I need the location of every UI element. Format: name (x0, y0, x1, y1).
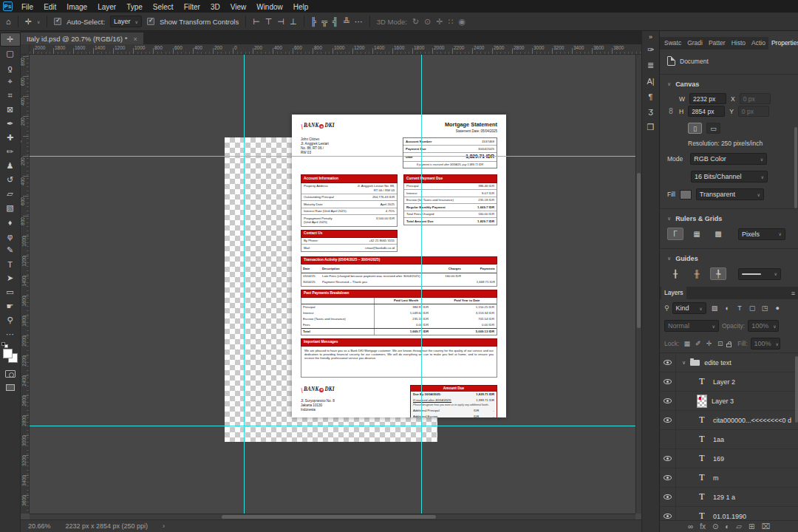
foreground-color-swatch[interactable] (3, 349, 13, 358)
marquee-tool[interactable]: ▢ (0, 47, 21, 61)
layer-row[interactable]: T1aa (660, 430, 798, 449)
lock-transparency-icon[interactable]: ▦ (682, 339, 692, 349)
guide-layout-button[interactable]: ╫ (689, 267, 705, 280)
filter-smart-objects-icon[interactable]: ◳ (760, 304, 771, 313)
healing-brush-tool[interactable]: ✚ (0, 131, 21, 145)
paragraph-panel-icon[interactable]: ¶ (642, 89, 660, 104)
align-bottom-icon[interactable]: ⊥ (290, 18, 297, 26)
expand-panels-icon[interactable]: » (642, 32, 660, 42)
filter-kind-dropdown[interactable]: Kind∨ (672, 302, 706, 314)
layer-mask-icon[interactable]: ⊙ (712, 522, 718, 531)
dodge-tool[interactable]: φ (0, 229, 21, 243)
lasso-tool[interactable]: ƍ (0, 61, 21, 75)
grid-settings-button[interactable]: ▩ (710, 228, 726, 240)
menu-type[interactable]: Type (121, 3, 148, 11)
align-left-icon[interactable]: ⊢ (253, 18, 260, 26)
scrollbar-thumb[interactable] (222, 515, 436, 519)
more-options-icon[interactable]: ⋯ (355, 18, 363, 26)
3d-slide-icon[interactable]: ∷ (449, 18, 454, 26)
canvas-section-header[interactable]: ∨ Canvas (660, 75, 798, 90)
vertical-ruler[interactable]: 8006004002000200400600800100012001400160… (21, 55, 30, 514)
zoom-level[interactable]: 20.66% (28, 522, 51, 530)
layer-row[interactable]: Layer 3 (660, 392, 798, 411)
distribute-left-icon[interactable]: ╠ (311, 18, 317, 26)
eraser-tool[interactable]: ▱ (0, 187, 21, 201)
rulers-grids-section-header[interactable]: ∨ Rulers & Grids (660, 209, 798, 225)
new-guide-button[interactable]: ╂ (667, 267, 683, 280)
horizontal-guide[interactable] (30, 156, 635, 157)
path-selection-tool[interactable]: ➤ (0, 271, 21, 285)
layer-effects-icon[interactable]: fx (700, 522, 706, 531)
type-tool[interactable]: T (0, 257, 21, 271)
lock-artboard-icon[interactable]: ⊡ (715, 339, 725, 349)
layer-visibility-toggle[interactable] (660, 392, 676, 411)
layer-visibility-toggle[interactable] (660, 353, 676, 372)
panel-menu-icon[interactable]: ≡ (791, 290, 798, 297)
zoom-tool[interactable]: ⚲ (0, 313, 21, 327)
layer-row[interactable]: Tm (660, 468, 798, 488)
default-background-swatch[interactable] (4, 344, 8, 348)
3d-orbit-icon[interactable]: ↻ (412, 18, 419, 26)
horizontal-ruler[interactable]: 2000180016001400120010008006004002000200… (30, 44, 641, 55)
menu-help[interactable]: Help (288, 3, 314, 11)
crop-tool[interactable]: ⌗ (0, 89, 21, 103)
horizontal-scrollbar[interactable] (30, 514, 635, 519)
gradient-tool[interactable]: ▧ (0, 201, 21, 215)
clear-guides-button[interactable]: ╄ (710, 267, 726, 280)
distribute-right-icon[interactable]: ╣ (332, 18, 338, 26)
history-brush-tool[interactable]: ↺ (0, 173, 21, 187)
fill-swatch[interactable] (680, 190, 692, 200)
chevron-down-icon[interactable]: ∨ (682, 360, 686, 366)
layer-row[interactable]: TLayer 2 (660, 372, 798, 392)
scrollbar-thumb[interactable] (637, 173, 641, 328)
edit-toolbar[interactable]: ⋯ (0, 327, 21, 341)
chevron-down-icon[interactable]: ∨ (37, 19, 40, 24)
filter-type-layers-icon[interactable]: T (734, 304, 746, 313)
filter-toggle-icon[interactable]: ● (772, 304, 783, 313)
brushes-panel-icon[interactable]: ≣ (642, 58, 660, 73)
ruler-corner[interactable] (21, 44, 30, 55)
brush-tool[interactable]: ✏ (0, 145, 21, 159)
layers-scrollbar[interactable] (795, 356, 798, 423)
adjustment-layer-icon[interactable]: ◐ (725, 522, 729, 531)
lock-pixels-icon[interactable]: ✐ (693, 339, 703, 349)
auto-select-checkbox[interactable] (54, 18, 61, 25)
bit-depth-dropdown[interactable]: 16 Bits/Channel∨ (691, 171, 768, 183)
close-icon[interactable]: × (133, 35, 137, 43)
layer-visibility-toggle[interactable] (660, 430, 676, 449)
layer-visibility-toggle[interactable] (660, 372, 676, 392)
menu-window[interactable]: Window (251, 3, 288, 11)
layer-row[interactable]: T169 (660, 449, 798, 468)
distribute-top-icon[interactable]: ╦ (321, 18, 327, 26)
new-layer-icon[interactable]: ⊞ (748, 522, 754, 531)
character-panel-icon[interactable]: A| (642, 73, 660, 89)
move-tool-icon[interactable]: ✛ (25, 18, 32, 26)
layer-visibility-toggle[interactable] (660, 411, 676, 430)
document-tab[interactable]: Italy id.psd @ 20.7% (RGB/16) * × (21, 33, 143, 46)
panel-scrollbar[interactable] (794, 127, 797, 208)
horizontal-guide[interactable] (30, 426, 635, 426)
guides-section-header[interactable]: ∨ Guides (660, 249, 798, 265)
ruler-toggle-button[interactable]: Γ (667, 228, 683, 240)
hand-tool[interactable]: ☛ (0, 299, 21, 313)
3d-camera-icon[interactable]: ◉ (459, 18, 466, 26)
status-chevron-icon[interactable]: › (163, 522, 165, 530)
eyedropper-tool[interactable]: ✒ (0, 117, 21, 131)
layer-row[interactable]: Tcita000000...<<<<<<<<0 d (660, 411, 798, 430)
3d-pan-icon[interactable]: ✛ (436, 18, 443, 26)
layer-row[interactable]: ∨edite text (660, 353, 798, 372)
grid-toggle-button[interactable]: ▦ (689, 228, 705, 240)
vertical-guide[interactable] (421, 55, 422, 514)
pen-tool[interactable]: ✎ (0, 243, 21, 257)
quick-mask-button[interactable] (5, 370, 16, 378)
layer-row[interactable]: T01.01.1990 (660, 507, 798, 520)
blur-tool[interactable]: ♦ (0, 215, 21, 229)
vertical-guide[interactable] (244, 55, 245, 514)
rectangle-tool[interactable]: ▭ (0, 285, 21, 299)
lock-all-icon[interactable] (726, 344, 732, 347)
frame-tool[interactable]: ⊠ (0, 103, 21, 117)
link-layers-icon[interactable]: ∞ (688, 522, 693, 531)
auto-select-dropdown[interactable]: Layer∨ (110, 16, 142, 27)
show-transform-checkbox[interactable] (147, 18, 154, 25)
filter-adjustment-layers-icon[interactable]: ◐ (722, 304, 733, 313)
